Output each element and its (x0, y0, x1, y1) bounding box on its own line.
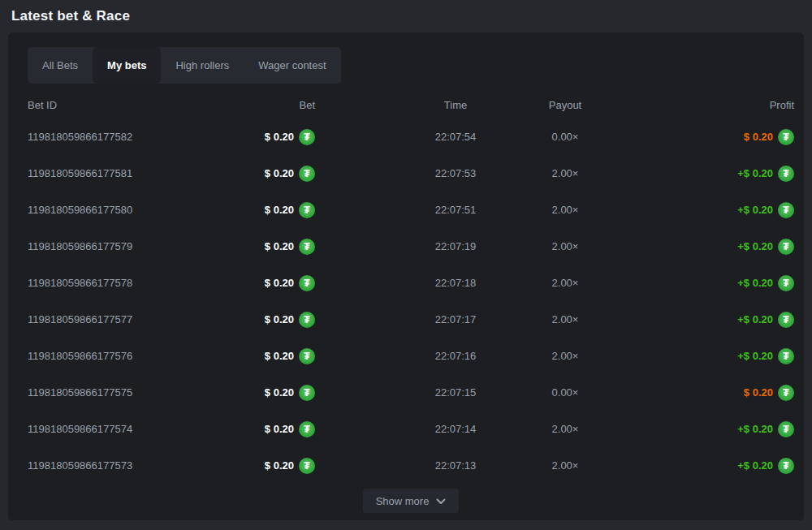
bet-payout: 0.00× (534, 131, 596, 143)
bets-tabbar: All BetsMy betsHigh rollersWager contest (28, 47, 341, 84)
bet-payout: 2.00× (534, 277, 596, 289)
bet-id: 119818059866177576 (28, 350, 132, 362)
tether-coin-icon: ₮ (778, 129, 794, 145)
table-row: 119818059866177573 $ 0.20 ₮ 22:07:13 2.0… (28, 447, 794, 484)
tether-coin-icon: ₮ (299, 239, 315, 255)
bet-amount: $ 0.20 ₮ (265, 202, 315, 218)
bet-time: 22:07:51 (377, 204, 534, 216)
bet-profit: +$ 0.20 ₮ (596, 275, 794, 291)
bet-profit: +$ 0.20 ₮ (596, 458, 794, 474)
bet-time: 22:07:14 (377, 423, 534, 435)
bet-amount: $ 0.20 ₮ (265, 129, 315, 145)
bet-id: 119818059866177581 (28, 167, 132, 179)
table-row: 119818059866177576 $ 0.20 ₮ 22:07:16 2.0… (28, 338, 794, 374)
tether-coin-icon: ₮ (778, 385, 794, 401)
bet-id: 119818059866177580 (28, 204, 132, 216)
bet-profit: +$ 0.20 ₮ (596, 202, 794, 218)
bet-profit: +$ 0.20 ₮ (596, 312, 794, 328)
tether-coin-icon: ₮ (299, 348, 315, 364)
table-body: 119818059866177582 $ 0.20 ₮ 22:07:54 0.0… (28, 118, 794, 484)
tether-coin-icon: ₮ (299, 385, 315, 401)
page-title: Latest bet & Race (11, 8, 130, 24)
column-profit: Profit (770, 99, 794, 111)
table-row: 119818059866177579 $ 0.20 ₮ 22:07:19 2.0… (28, 228, 794, 265)
show-more-button[interactable]: Show more (363, 489, 460, 513)
column-time: Time (377, 99, 534, 111)
tether-coin-icon: ₮ (778, 239, 794, 255)
bet-time: 22:07:54 (377, 131, 534, 143)
bet-time: 22:07:18 (377, 277, 534, 289)
bet-amount: $ 0.20 ₮ (265, 239, 315, 255)
bet-payout: 2.00× (534, 313, 596, 325)
table-row: 119818059866177581 $ 0.20 ₮ 22:07:53 2.0… (28, 155, 794, 192)
bet-time: 22:07:19 (377, 240, 534, 252)
table-row: 119818059866177582 $ 0.20 ₮ 22:07:54 0.0… (28, 118, 794, 155)
bet-amount: $ 0.20 ₮ (265, 275, 315, 291)
bet-amount: $ 0.20 ₮ (265, 458, 315, 474)
bet-profit: $ 0.20 ₮ (596, 385, 794, 401)
bets-panel: All BetsMy betsHigh rollersWager contest… (8, 32, 804, 520)
tether-coin-icon: ₮ (778, 202, 794, 218)
bet-amount: $ 0.20 ₮ (265, 348, 315, 364)
bet-payout: 2.00× (534, 459, 596, 472)
bet-payout: 2.00× (534, 167, 596, 179)
tether-coin-icon: ₮ (778, 421, 794, 437)
bet-time: 22:07:13 (377, 459, 534, 472)
bet-id: 119818059866177577 (28, 313, 132, 325)
bet-payout: 2.00× (534, 423, 596, 435)
bet-profit: $ 0.20 ₮ (596, 129, 794, 145)
bet-time: 22:07:15 (377, 386, 534, 399)
tether-coin-icon: ₮ (778, 166, 794, 182)
tether-coin-icon: ₮ (299, 458, 315, 474)
bet-payout: 2.00× (534, 350, 596, 362)
tab-all-bets[interactable]: All Bets (28, 47, 93, 84)
tether-coin-icon: ₮ (299, 421, 315, 437)
bet-profit: +$ 0.20 ₮ (596, 421, 794, 437)
bet-payout: 2.00× (534, 204, 596, 216)
bet-profit: +$ 0.20 ₮ (596, 166, 794, 182)
bet-profit: +$ 0.20 ₮ (596, 239, 794, 255)
bet-payout: 2.00× (534, 240, 596, 252)
column-payout: Payout (534, 99, 596, 111)
tether-coin-icon: ₮ (299, 202, 315, 218)
bet-amount: $ 0.20 ₮ (265, 385, 315, 401)
bet-time: 22:07:53 (377, 167, 534, 179)
bet-id: 119818059866177578 (28, 277, 132, 289)
table-row: 119818059866177578 $ 0.20 ₮ 22:07:18 2.0… (28, 265, 794, 301)
tether-coin-icon: ₮ (299, 312, 315, 328)
bet-id: 119818059866177574 (28, 423, 132, 435)
table-header: Bet ID Bet Time Payout Profit (28, 92, 794, 118)
tether-coin-icon: ₮ (299, 129, 315, 145)
table-row: 119818059866177580 $ 0.20 ₮ 22:07:51 2.0… (28, 192, 794, 228)
bet-profit: +$ 0.20 ₮ (596, 348, 794, 364)
table-row: 119818059866177575 $ 0.20 ₮ 22:07:15 0.0… (28, 374, 794, 411)
bet-payout: 0.00× (534, 386, 596, 399)
bet-time: 22:07:17 (377, 313, 534, 325)
tether-coin-icon: ₮ (778, 458, 794, 474)
tab-my-bets[interactable]: My bets (93, 47, 161, 84)
chevron-down-icon (436, 495, 446, 507)
tab-wager-contest[interactable]: Wager contest (244, 47, 340, 84)
bet-amount: $ 0.20 ₮ (265, 421, 315, 437)
tether-coin-icon: ₮ (778, 275, 794, 291)
bet-id: 119818059866177582 (28, 131, 132, 143)
bet-amount: $ 0.20 ₮ (265, 312, 315, 328)
tab-high-rollers[interactable]: High rollers (161, 47, 244, 84)
tether-coin-icon: ₮ (299, 275, 315, 291)
table-row: 119818059866177577 $ 0.20 ₮ 22:07:17 2.0… (28, 301, 794, 338)
tether-coin-icon: ₮ (778, 312, 794, 328)
bet-amount: $ 0.20 ₮ (265, 166, 315, 182)
show-more-label: Show more (376, 495, 430, 507)
column-bet: Bet (299, 99, 315, 111)
table-row: 119818059866177574 $ 0.20 ₮ 22:07:14 2.0… (28, 411, 794, 447)
tether-coin-icon: ₮ (299, 166, 315, 182)
bet-id: 119818059866177579 (28, 240, 132, 252)
tether-coin-icon: ₮ (778, 348, 794, 364)
bet-id: 119818059866177573 (28, 459, 132, 472)
topbar: Latest bet & Race (0, 0, 812, 32)
bet-id: 119818059866177575 (28, 386, 132, 399)
bet-time: 22:07:16 (377, 350, 534, 362)
column-bet-id: Bet ID (28, 99, 57, 111)
